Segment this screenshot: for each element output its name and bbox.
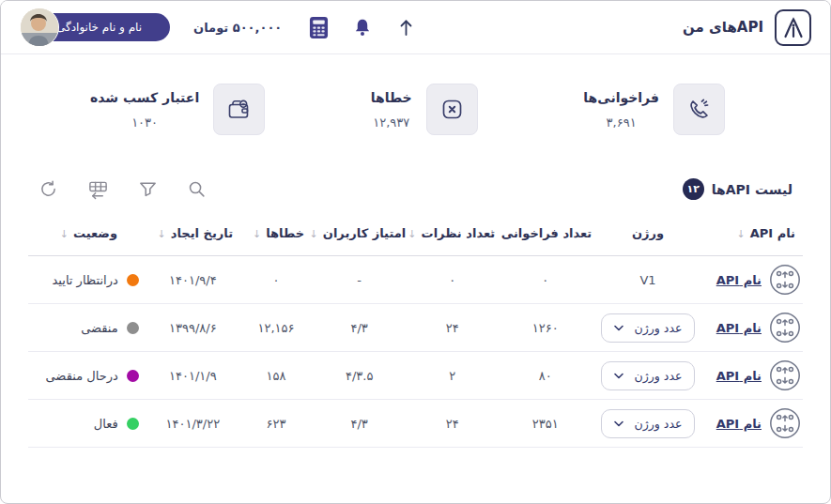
header-label: خطاها <box>266 226 304 240</box>
table-row: نام API عدد ورژن ۲۳۵۱ ۲۴ ۴/۳ ۶۲۳ ۱۴۰۱/۳/… <box>28 400 803 448</box>
sort-icon: ↓ <box>310 228 318 240</box>
header-rating[interactable]: امتیاز کاربران↓ <box>311 213 408 256</box>
rating-value: ۴/۳ <box>311 400 408 448</box>
notifications-button[interactable] <box>352 17 373 38</box>
api-name-link[interactable]: نام API <box>716 321 762 335</box>
errors-value: ۶۲۳ <box>241 400 311 448</box>
stat-value: ۱۲,۹۳۷ <box>373 115 409 130</box>
columns-button[interactable] <box>87 179 109 200</box>
api-network-icon <box>769 264 801 296</box>
status-dot <box>127 274 139 286</box>
stat-info: فراخوانی‌ها ۳,۶۹۱ <box>583 90 659 130</box>
stat-info: اعتبار کسب شده ۱۰۳۰ <box>90 90 199 130</box>
header-label: وضعیت <box>73 226 117 240</box>
sort-icon: ↓ <box>158 228 166 240</box>
comments-value: ۰ <box>408 256 497 304</box>
calls-value: ۰ <box>497 256 593 304</box>
stat-value: ۳,۶۹۱ <box>607 115 637 130</box>
stat-card-credit: اعتبار کسب شده ۱۰۳۰ <box>90 84 265 135</box>
api-table: نام API↓ ورژن تعداد فراخوانی↓ تعداد نظرا… <box>28 213 803 448</box>
upload-button[interactable] <box>396 17 416 38</box>
header-errors[interactable]: خطاها↓ <box>241 213 311 256</box>
status-label: درحال منقضی <box>46 369 118 383</box>
status-label: فعال <box>94 417 118 431</box>
stat-iconbox <box>213 84 265 135</box>
header-status[interactable]: وضعیت↓ <box>28 213 145 256</box>
topbar: APIهای من <box>1 1 830 54</box>
comments-value: ۲۴ <box>408 304 497 352</box>
header-label: تعداد نظرات <box>422 226 496 240</box>
stat-label: خطاها <box>371 90 412 105</box>
stat-iconbox <box>673 84 725 135</box>
refresh-button[interactable] <box>38 179 58 199</box>
api-network-icon <box>769 359 801 391</box>
version-dropdown[interactable]: عدد ورژن <box>601 361 696 390</box>
table-row: نام API V1 ۰ ۰ - ۰ ۱۴۰۱/۹/۴ درانتظار تای… <box>28 256 803 304</box>
columns-icon <box>87 179 109 200</box>
stat-info: خطاها ۱۲,۹۳۷ <box>371 90 412 130</box>
created-value: ۱۴۰۱/۱/۹ <box>145 352 241 400</box>
app-logo <box>775 9 811 46</box>
brand: APIهای من <box>683 9 811 46</box>
rating-value: ۴/۳.۵ <box>311 352 408 400</box>
created-value: ۱۳۹۹/۸/۶ <box>145 304 241 352</box>
compass-a-logo-icon <box>781 15 806 39</box>
stat-iconbox <box>426 84 478 135</box>
upload-icon <box>396 17 416 38</box>
list-toolbar <box>38 179 207 200</box>
table-row: نام API عدد ورژن ۸۰ ۲ ۴/۳.۵ ۱۵۸ ۱۴۰۱/۱/۹… <box>28 352 803 400</box>
stat-value: ۱۰۳۰ <box>131 115 158 130</box>
status-label: منقضی <box>81 321 118 335</box>
api-network-icon <box>769 407 801 439</box>
table-header-row: نام API↓ ورژن تعداد فراخوانی↓ تعداد نظرا… <box>28 213 803 256</box>
api-name-link[interactable]: نام API <box>716 369 762 383</box>
stats-section: فراخوانی‌ها ۳,۶۹۱ خطاها ۱۲,۹۳۷ <box>90 84 725 135</box>
errors-value: ۱۲,۱۵۶ <box>241 304 311 352</box>
calls-value: ۸۰ <box>497 352 593 400</box>
header-created[interactable]: تاریخ ایجاد↓ <box>145 213 241 256</box>
list-title: لیست APIها <box>712 182 793 197</box>
table-row: نام API عدد ورژن ۱۲۶۰ ۲۴ ۴/۳ ۱۲,۱۵۶ ۱۳۹۹… <box>28 304 803 352</box>
version-value: V1 <box>639 273 655 287</box>
rating-value: ۴/۳ <box>311 304 408 352</box>
sort-icon: ↓ <box>408 228 416 240</box>
api-name-link[interactable]: نام API <box>716 417 762 431</box>
stat-card-calls: فراخوانی‌ها ۳,۶۹۱ <box>583 84 725 135</box>
comments-value: ۲ <box>408 352 497 400</box>
wallet-balance: ۵۰۰,۰۰۰ تومان <box>193 21 282 35</box>
header-version[interactable]: ورژن <box>593 213 702 256</box>
api-name-link[interactable]: نام API <box>716 273 762 287</box>
created-value: ۱۴۰۱/۳/۲۲ <box>145 400 241 448</box>
bell-icon <box>352 17 373 38</box>
version-dropdown[interactable]: عدد ورژن <box>601 313 696 343</box>
filter-button[interactable] <box>138 179 158 199</box>
stat-label: اعتبار کسب شده <box>90 90 199 105</box>
header-name[interactable]: نام API↓ <box>702 213 803 256</box>
api-count-badge: ۱۲ <box>683 178 704 200</box>
user-name-label: نام و نام خانوادگی <box>56 21 142 34</box>
avatar[interactable] <box>20 8 59 47</box>
x-square-icon <box>439 97 465 122</box>
header-label: تاریخ ایجاد <box>171 226 233 240</box>
header-label: تعداد فراخوانی <box>501 226 592 240</box>
comments-value: ۲۴ <box>408 400 497 448</box>
filter-icon <box>138 179 158 199</box>
page-title: APIهای من <box>683 19 763 36</box>
header-comments[interactable]: تعداد نظرات↓ <box>408 213 497 256</box>
stat-label: فراخوانی‌ها <box>583 90 659 105</box>
user-menu: نام و نام خانوادگی <box>20 8 170 47</box>
phone-call-icon <box>686 97 712 122</box>
list-header: لیست APIها ۱۲ <box>38 178 793 200</box>
topbar-actions: ۵۰۰,۰۰۰ تومان نام و نام خانوادگی <box>20 8 416 47</box>
version-dropdown-label: عدد ورژن <box>635 369 683 383</box>
errors-value: ۱۵۸ <box>241 352 311 400</box>
header-calls[interactable]: تعداد فراخوانی↓ <box>497 213 593 256</box>
refresh-icon <box>38 179 58 199</box>
billing-button[interactable] <box>309 16 329 39</box>
status-dot <box>127 418 139 430</box>
version-dropdown[interactable]: عدد ورژن <box>601 409 696 438</box>
header-label: نام API <box>750 226 795 240</box>
list-title-group: لیست APIها ۱۲ <box>683 178 793 200</box>
rating-value: - <box>311 256 408 304</box>
search-button[interactable] <box>187 179 207 199</box>
